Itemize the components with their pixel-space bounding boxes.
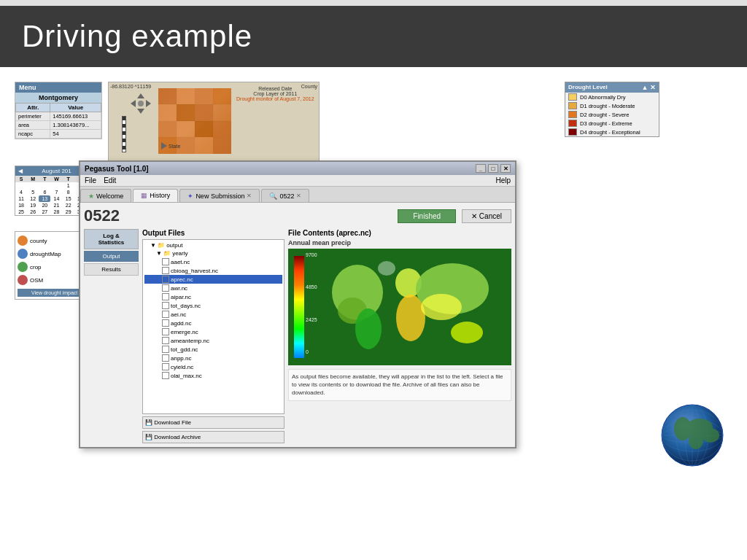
file-icon (162, 372, 169, 379)
file-icon (162, 302, 169, 309)
svg-rect-16 (195, 121, 213, 137)
file-icon (162, 258, 169, 265)
tab-bar: ★ Welcome ▦ History ✦ New Submission ✕ 🔍… (80, 187, 515, 203)
map-container: -86.83120 ^11159 County (108, 82, 320, 162)
pegasus-window: Pegasus Tool [1.0] _ □ ✕ File Edit Help … (79, 160, 516, 448)
finished-button[interactable]: Finished (398, 209, 456, 223)
file-icon (162, 319, 169, 327)
tree-file-emerge[interactable]: emerge.nc (144, 327, 282, 336)
welcome-tab-label: Welcome (96, 192, 123, 200)
tree-file-cbioag[interactable]: cbioag_harvest.nc (144, 266, 282, 275)
tree-folder-output[interactable]: ▼ 📁 output (144, 241, 282, 249)
tree-file-cyield[interactable]: cyield.nc (144, 362, 282, 371)
file-icon (162, 354, 169, 362)
coord-display: -86.83120 ^11159 (110, 84, 151, 89)
new-submission-close[interactable]: ✕ (247, 192, 252, 199)
close-button[interactable]: ✕ (500, 164, 511, 173)
history-tab-label: History (150, 192, 170, 199)
minimize-button[interactable]: _ (476, 164, 486, 173)
maximize-button[interactable]: □ (488, 164, 498, 173)
state-label: State (161, 142, 180, 149)
file-icon (162, 293, 169, 300)
tree-file-aprec[interactable]: aprec.nc (144, 275, 282, 284)
download-file-button[interactable]: 💾 Download File (142, 416, 285, 429)
tree-file-olai[interactable]: olai_max.nc (144, 371, 282, 380)
svg-point-44 (702, 428, 719, 443)
svg-rect-13 (213, 104, 231, 121)
gis-row-area: area 1.308143679... (16, 121, 101, 130)
tree-file-ameantemp[interactable]: ameantemp.nc (144, 336, 282, 345)
menu-edit[interactable]: Edit (104, 176, 116, 184)
tab-0522[interactable]: 🔍 0522 ✕ (261, 189, 309, 202)
svg-rect-10 (158, 104, 177, 121)
drought-item-d4: D4 drought - Exceptional (565, 128, 659, 136)
pegasus-body: 0522 Finished ✕ Cancel Log &Statistics O… (80, 203, 515, 447)
tree-folder-yearly[interactable]: ▼ 📁 yearly (144, 249, 282, 257)
file-icon (162, 311, 169, 318)
map-nav-widget[interactable] (131, 93, 151, 114)
file-icon (162, 267, 169, 274)
svg-rect-20 (195, 137, 213, 154)
tree-file-tot-gdd[interactable]: tot_gdd.nc (144, 345, 282, 354)
svg-point-31 (378, 261, 395, 276)
precip-map: 9700 4850 2425 0 (288, 249, 511, 365)
tab-new-submission[interactable]: ✦ New Submission ✕ (179, 189, 260, 202)
svg-rect-12 (195, 104, 213, 121)
svg-point-29 (421, 294, 462, 320)
svg-rect-8 (195, 88, 213, 104)
gis-county-title: Montgomery (15, 93, 101, 103)
tree-file-aaet[interactable]: aaet.nc (144, 257, 282, 266)
menu-file[interactable]: File (85, 176, 96, 184)
gis-menu: Menu (15, 82, 101, 93)
released-info: Released Date Crop Layer of 2011 Drought… (236, 86, 314, 101)
globe-container (659, 402, 725, 468)
tab-history[interactable]: ▦ History (133, 189, 178, 202)
drought-item-d0: D0 Abnormally Dry (565, 93, 659, 101)
tree-file-tot-days[interactable]: tot_days.nc (144, 301, 282, 310)
drought-legend: Drought Level ▲ ✕ D0 Abnormally Dry D1 d… (565, 82, 659, 137)
tree-file-agdd[interactable]: agdd.nc (144, 319, 282, 327)
tree-file-aipar[interactable]: aipar.nc (144, 292, 282, 301)
drought-item-d2: D2 drought - Severe (565, 110, 659, 119)
pegasus-window-title: Pegasus Tool [1.0] (85, 165, 149, 173)
svg-rect-21 (213, 137, 231, 154)
0522-tab-icon: 🔍 (269, 192, 277, 200)
info-text: As output files become available, they w… (288, 369, 511, 401)
scale-bar (122, 116, 126, 152)
menu-help[interactable]: Help (495, 176, 511, 184)
gis-panel: Menu Montgomery Attr. Value perimeter 14… (15, 82, 102, 139)
new-submission-tab-label: New Submission (196, 192, 244, 200)
cancel-button[interactable]: ✕ Cancel (462, 209, 511, 223)
pegasus-titlebar: Pegasus Tool [1.0] _ □ ✕ (80, 162, 515, 175)
svg-rect-17 (213, 121, 231, 137)
results-button[interactable]: Results (84, 263, 139, 276)
download-archive-button[interactable]: 💾 Download Archive (142, 431, 285, 443)
file-tree[interactable]: ▼ 📁 output ▼ 📁 yearly aaet.nc (142, 239, 285, 414)
svg-rect-15 (177, 121, 195, 137)
world-map-svg (325, 252, 500, 362)
top-bar (0, 0, 747, 6)
tab-welcome[interactable]: ★ Welcome (80, 189, 131, 202)
tree-file-aei[interactable]: aei.nc (144, 310, 282, 319)
svg-point-30 (451, 322, 483, 343)
map-label: Annual mean precip (288, 239, 511, 246)
history-tab-icon: ▦ (141, 192, 147, 199)
job-title: 0522 (84, 206, 120, 225)
titlebar-buttons: _ □ ✕ (476, 164, 511, 173)
pegasus-main-layout: Log &Statistics Output Results Output Fi… (84, 229, 511, 443)
file-icon (162, 276, 169, 283)
gis-row-perimeter: perimeter 145169.66613 (16, 112, 101, 121)
tree-file-anpp[interactable]: anpp.nc (144, 354, 282, 362)
svg-rect-11 (177, 104, 195, 121)
file-icon (162, 284, 169, 292)
gis-attributes-table: Attr. Value perimeter 145169.66613 area … (15, 103, 101, 139)
drought-item-d3: D3 drought - Extreme (565, 119, 659, 128)
tree-file-awr[interactable]: awr.nc (144, 284, 282, 292)
output-files-title: Output Files (142, 229, 285, 237)
file-icon (162, 337, 169, 344)
0522-close[interactable]: ✕ (296, 192, 301, 199)
output-button[interactable]: Output (84, 251, 139, 262)
right-panel: File Contents (aprec.nc) Annual mean pre… (288, 229, 511, 443)
title-banner: Driving example (0, 6, 747, 67)
welcome-tab-icon: ★ (88, 192, 94, 200)
